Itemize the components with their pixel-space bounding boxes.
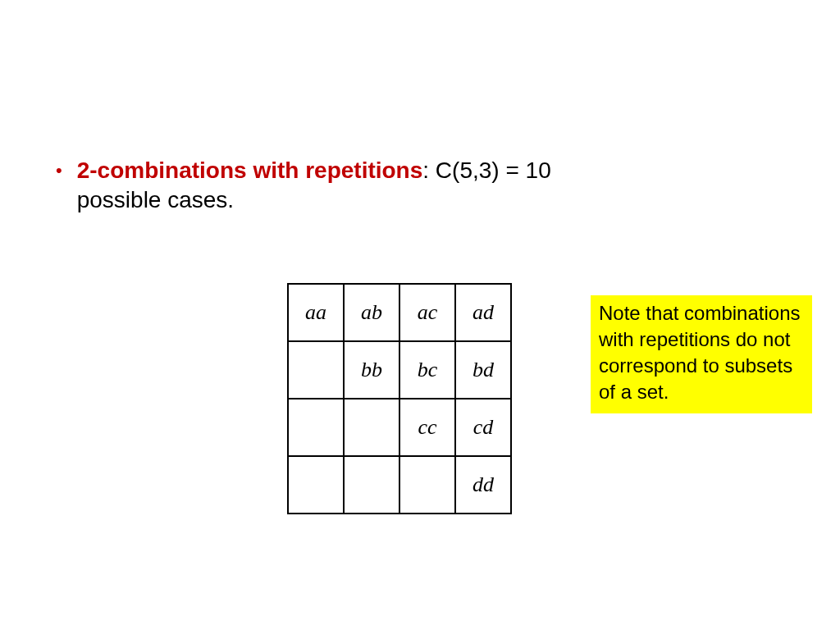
table-cell: bb xyxy=(344,341,399,399)
table-cell: bc xyxy=(399,341,455,399)
table-cell: dd xyxy=(455,456,511,514)
table-row: dd xyxy=(288,456,511,514)
table-cell xyxy=(288,399,344,456)
table-cell: ac xyxy=(399,284,455,341)
table-cell: ad xyxy=(455,284,511,341)
note-text: Note that combinations with repetitions … xyxy=(599,302,800,403)
table-cell xyxy=(344,399,399,456)
table-row: aa ab ac ad xyxy=(288,284,511,341)
bullet-title-bold: 2-combinations with repetitions xyxy=(77,158,423,183)
table-cell xyxy=(288,341,344,399)
table-cell: cc xyxy=(399,399,455,456)
table-cell: bd xyxy=(455,341,511,399)
table-row: cc cd xyxy=(288,399,511,456)
table-cell xyxy=(288,456,344,514)
table-cell: ab xyxy=(344,284,399,341)
note-callout: Note that combinations with repetitions … xyxy=(591,295,812,413)
bullet-text: 2-combinations with repetitions: C(5,3) … xyxy=(77,156,630,215)
bullet-icon: • xyxy=(56,156,62,185)
table-cell xyxy=(344,456,399,514)
table-cell: cd xyxy=(455,399,511,456)
table-cell: aa xyxy=(288,284,344,341)
bullet-item: • 2-combinations with repetitions: C(5,3… xyxy=(56,156,630,215)
table-row: bb bc bd xyxy=(288,341,511,399)
table-cell xyxy=(399,456,455,514)
combinations-table: aa ab ac ad bb bc bd cc cd dd xyxy=(287,283,512,514)
